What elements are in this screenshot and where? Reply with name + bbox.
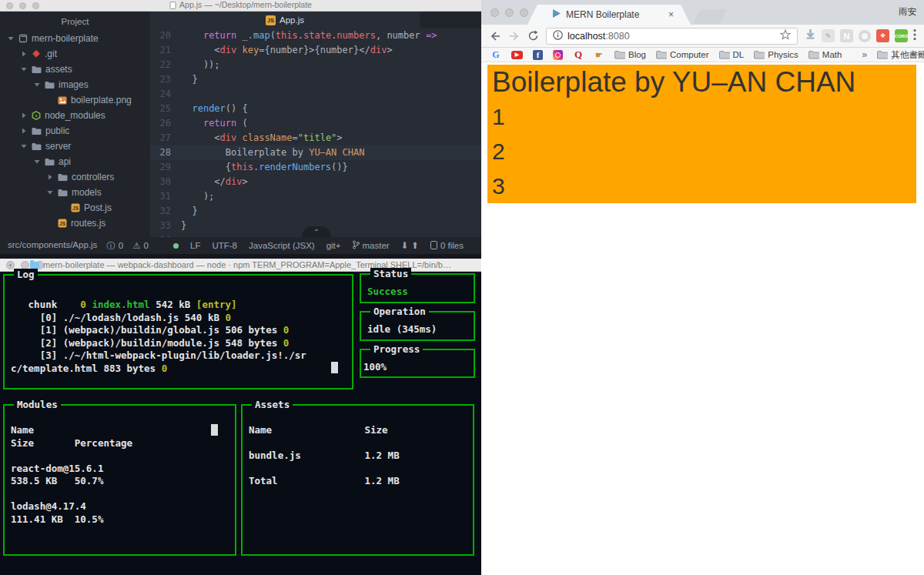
tree-item-api[interactable]: api: [0, 154, 150, 169]
tab-close-icon[interactable]: ×: [668, 9, 674, 20]
bookmark-google[interactable]: G: [490, 49, 501, 60]
bookmark-label: Math: [822, 50, 842, 59]
code-text: return _.map(this.state.numbers, number …: [181, 28, 437, 43]
line-ending[interactable]: LF: [190, 241, 200, 250]
bookmarks-overflow-icon[interactable]: »: [862, 49, 867, 60]
code-token: this: [276, 30, 298, 41]
folder-proxy-icon: [30, 262, 39, 269]
bookmark-instagram[interactable]: [553, 50, 563, 60]
reload-button[interactable]: [527, 30, 539, 42]
edit-extension-icon[interactable]: ✎: [822, 29, 835, 42]
bookmark-quora[interactable]: Q: [573, 49, 584, 60]
editor-titlebar[interactable]: App.js — ~/Desktop/mern-boilerplate: [0, 0, 481, 12]
code-line-30[interactable]: 30 </div>: [150, 175, 481, 189]
code-line-32[interactable]: 32 }: [150, 204, 481, 219]
code-text: </div>: [181, 175, 248, 189]
new-tab-button[interactable]: [693, 9, 727, 24]
tree-item-controllers[interactable]: controllers: [0, 169, 150, 185]
bookmark-youtube[interactable]: ▶: [511, 51, 523, 59]
browser-tab[interactable]: MERN Boilerplate ×: [527, 5, 691, 25]
editor-statusbar: src/components/App.js ⓘ0 ⚠0 LF UTF-8 Jav…: [0, 237, 481, 254]
bookmark-computer[interactable]: Computer: [656, 49, 709, 60]
code-line-27[interactable]: 27 <div className="title">: [150, 131, 481, 145]
cors-extension-icon[interactable]: CORS: [895, 29, 908, 42]
folder-icon: [32, 127, 42, 135]
bookmark-physics[interactable]: Physics: [754, 49, 798, 60]
line-number: 31: [150, 189, 181, 204]
code-line-22[interactable]: 22 ));: [150, 58, 481, 72]
log-token: c/template.html 883 bytes: [11, 363, 162, 374]
loading-extension-icon[interactable]: [859, 30, 871, 42]
folder-icon: [877, 49, 888, 60]
problems-warning[interactable]: ⚠0: [132, 240, 149, 252]
bookmark-blog[interactable]: Blog: [614, 49, 646, 60]
git-plus[interactable]: git+: [326, 241, 341, 250]
bookmark-hand[interactable]: ☛: [594, 49, 604, 60]
code-line-21[interactable]: 21 <div key={number}>{number}</div>: [150, 43, 481, 58]
code-text: return (: [181, 116, 248, 131]
code-line-28[interactable]: 28 Boilerplate by YU–AN CHAN: [150, 145, 481, 160]
push-icon[interactable]: ⬆: [411, 240, 419, 251]
code-editor[interactable]: 20 return _.map(this.state.numbers, numb…: [150, 28, 481, 237]
code-line-26[interactable]: 26 return (: [150, 116, 481, 131]
git-branch[interactable]: master: [353, 240, 390, 251]
tree-item-routes-js[interactable]: JSroutes.js: [0, 216, 150, 231]
browser-menu-icon[interactable]: [913, 28, 916, 44]
tab-app-js[interactable]: JS App.js: [150, 12, 420, 28]
tree-item-assets[interactable]: assets: [0, 62, 150, 77]
url-bar[interactable]: localhost:8080: [546, 28, 798, 45]
code-text: }: [181, 204, 198, 219]
log-token: 0: [225, 312, 231, 323]
page-title: Boilerplate by YU–AN CHAN: [492, 65, 916, 99]
tree-item-public[interactable]: public: [0, 123, 150, 139]
bookmark-math[interactable]: Math: [808, 49, 842, 60]
code-line-31[interactable]: 31 );: [150, 189, 481, 204]
code-token: .: [298, 30, 303, 41]
tree-item-label: mern-boilerplate: [32, 33, 99, 44]
notion-extension-icon[interactable]: N: [840, 29, 853, 42]
encoding[interactable]: UTF-8: [212, 241, 237, 250]
bookmark-star-icon[interactable]: [780, 29, 791, 42]
log-token: index.html: [92, 299, 156, 310]
problems-info[interactable]: ⓘ0: [106, 240, 123, 252]
bookmarks-bar: G▶fQ☛BlogComputerDLPhysicsMath»其他書籤: [481, 48, 924, 62]
linter-status-icon[interactable]: [173, 243, 179, 249]
code-line-23[interactable]: 23 }: [150, 72, 481, 87]
browser-tabstrip[interactable]: MERN Boilerplate × 雨安: [481, 0, 924, 25]
scroll-up-indicator[interactable]: ⌃: [302, 226, 331, 237]
code-line-24[interactable]: 24: [150, 87, 481, 102]
browser-profile-name[interactable]: 雨安: [899, 6, 916, 18]
red-extension-icon[interactable]: ❖: [876, 29, 889, 42]
chevron-down-icon: [34, 159, 41, 165]
tree-item-server[interactable]: server: [0, 139, 150, 154]
bookmark-facebook[interactable]: f: [533, 50, 543, 60]
grammar[interactable]: JavaScript (JSX): [249, 241, 315, 250]
tree-item-node-modules[interactable]: snode_modules: [0, 108, 150, 123]
download-extension-icon[interactable]: [805, 28, 816, 43]
code-line-29[interactable]: 29 {this.renderNumbers()}: [150, 160, 481, 175]
tree-item--git[interactable]: .git: [0, 46, 150, 62]
close-button[interactable]: [490, 8, 499, 17]
tree-item-models[interactable]: models: [0, 185, 150, 200]
bookmark-dl[interactable]: DL: [719, 49, 745, 60]
tree-item-mern-boilerplate[interactable]: mern-boilerplate: [0, 31, 150, 46]
pull-icon[interactable]: ⬇: [401, 240, 409, 251]
minimize-button[interactable]: [505, 8, 514, 17]
changed-files[interactable]: 0 files: [430, 241, 464, 251]
code-token: [181, 118, 203, 129]
tree-item-post-js[interactable]: JSPost.js: [0, 200, 150, 216]
zoom-button[interactable]: [520, 8, 528, 17]
editor-tabbar: JS App.js: [150, 12, 481, 28]
editor-window-title: App.js — ~/Desktop/mern-boilerplate: [0, 0, 481, 11]
file-path[interactable]: src/components/App.js: [8, 240, 97, 252]
tree-item-images[interactable]: images: [0, 77, 150, 92]
terminal-cursor: [331, 362, 338, 373]
other-bookmarks-folder[interactable]: 其他書籤: [877, 49, 924, 61]
code-line-20[interactable]: 20 return _.map(this.state.numbers, numb…: [150, 28, 481, 43]
log-token: 0: [80, 299, 92, 310]
forward-button[interactable]: [508, 31, 521, 42]
code-line-25[interactable]: 25 render() {: [150, 102, 481, 116]
page-info-icon[interactable]: [553, 30, 563, 42]
tree-item-boilerplate-png[interactable]: boilerplate.png: [0, 92, 150, 108]
back-button[interactable]: [489, 31, 501, 42]
